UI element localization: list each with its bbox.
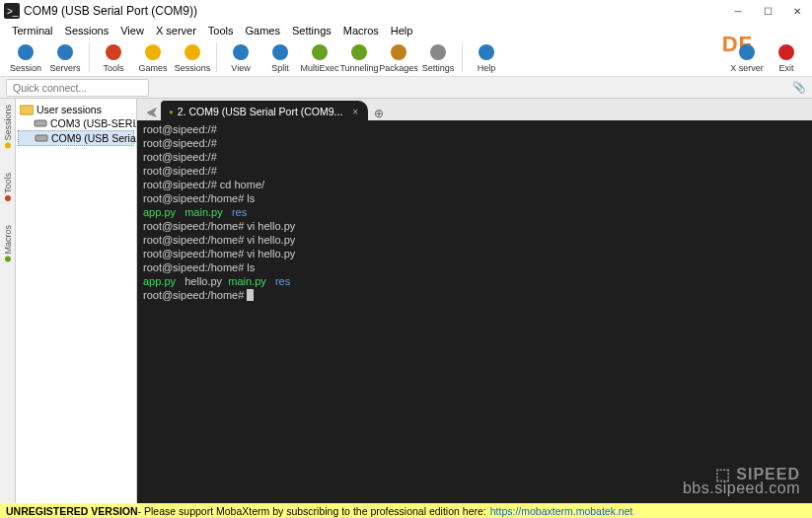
tab-close-icon[interactable]: × xyxy=(352,107,358,117)
svg-point-6 xyxy=(185,44,200,60)
exit-icon xyxy=(776,42,796,62)
sidetab-tools[interactable]: Tools xyxy=(3,173,13,201)
tool-help[interactable]: Help xyxy=(467,42,506,73)
tool-settings[interactable]: Settings xyxy=(418,42,458,73)
svg-point-2 xyxy=(18,44,34,60)
menu-help[interactable]: Help xyxy=(385,25,419,37)
statusbar: UNREGISTERED VERSION - Please support Mo… xyxy=(0,503,812,518)
menu-settings[interactable]: Settings xyxy=(286,25,337,37)
tool-x-server[interactable]: X server xyxy=(727,42,767,73)
tab-prev-icon[interactable]: ⮜ xyxy=(143,107,161,120)
status-link[interactable]: https://mobaxterm.mobatek.net xyxy=(490,505,633,517)
quick-connect-bar: 📎 xyxy=(0,77,812,99)
terminal-line: app.py hello.py main.py res xyxy=(143,274,806,288)
svg-point-11 xyxy=(391,44,406,60)
serial-icon xyxy=(35,132,48,144)
servers-icon xyxy=(55,42,75,62)
svg-text:>_: >_ xyxy=(7,6,19,17)
tool-servers[interactable]: Servers xyxy=(45,42,85,73)
terminal-tab[interactable]: ● 2. COM9 (USB Serial Port (COM9... × xyxy=(161,101,368,120)
tool-session[interactable]: Session xyxy=(6,42,45,73)
terminal-line: root@sipeed:/# xyxy=(143,122,806,136)
multiexec-icon xyxy=(310,42,330,62)
svg-point-10 xyxy=(351,44,367,60)
sessions-icon xyxy=(183,42,202,62)
paperclip-icon[interactable]: 📎 xyxy=(792,81,806,94)
menu-games[interactable]: Games xyxy=(240,25,286,37)
svg-point-7 xyxy=(233,44,249,60)
terminal-line: root@sipeed:/home# vi hello.py xyxy=(143,233,806,247)
menubar: TerminalSessionsViewX serverToolsGamesSe… xyxy=(0,22,812,39)
session-icon xyxy=(16,42,36,62)
tab-bar: ⮜ ● 2. COM9 (USB Serial Port (COM9... × … xyxy=(137,99,812,120)
sidetab-sessions[interactable]: Sessions xyxy=(3,105,13,149)
window-title: COM9 (USB Serial Port (COM9)) xyxy=(24,4,197,18)
minimize-button[interactable]: ─ xyxy=(723,0,753,22)
quick-connect-input[interactable] xyxy=(6,79,149,97)
svg-point-5 xyxy=(145,44,161,60)
svg-point-9 xyxy=(312,44,328,60)
terminal-line: root@sipeed:/# cd home/ xyxy=(143,178,806,191)
terminal[interactable]: root@sipeed:/#root@sipeed:/#root@sipeed:… xyxy=(137,120,812,503)
maximize-button[interactable]: ☐ xyxy=(753,0,782,22)
tab-add-icon[interactable]: ⊕ xyxy=(368,107,390,120)
app-icon: >_ xyxy=(4,3,20,19)
session-tree: User sessions COM3 (USB-SERIAL CH340 (CO… xyxy=(16,99,137,503)
close-button[interactable]: ✕ xyxy=(782,0,812,22)
tool-multiexec[interactable]: MultiExec xyxy=(300,42,339,73)
brand-watermark: ⬚ SIPEED bbs.sipeed.com xyxy=(683,468,800,495)
menu-sessions[interactable]: Sessions xyxy=(59,25,115,37)
terminal-line: root@sipeed:/# xyxy=(143,136,806,150)
svg-point-8 xyxy=(272,44,288,60)
cursor xyxy=(247,289,254,301)
terminal-line: root@sipeed:/home# xyxy=(143,288,806,302)
menu-view[interactable]: View xyxy=(114,25,150,37)
tool-split[interactable]: Split xyxy=(260,42,300,73)
menu-x-server[interactable]: X server xyxy=(150,25,202,37)
tree-root[interactable]: User sessions xyxy=(18,103,134,116)
tree-item[interactable]: COM9 (USB Serial Port (COM9)) xyxy=(18,130,134,146)
menu-terminal[interactable]: Terminal xyxy=(6,25,59,37)
tool-games[interactable]: Games xyxy=(133,42,173,73)
tunneling-icon xyxy=(349,42,369,62)
view-icon xyxy=(231,42,251,62)
titlebar: >_ COM9 (USB Serial Port (COM9)) ─ ☐ ✕ xyxy=(0,0,812,22)
x server-icon xyxy=(737,42,757,62)
terminal-area: ⮜ ● 2. COM9 (USB Serial Port (COM9... × … xyxy=(137,99,812,503)
tools-icon xyxy=(104,42,123,62)
tool-view[interactable]: View xyxy=(221,42,260,73)
games-icon xyxy=(143,42,163,62)
terminal-line: root@sipeed:/home# vi hello.py xyxy=(143,247,806,260)
packages-icon xyxy=(389,42,408,62)
terminal-line: root@sipeed:/home# vi hello.py xyxy=(143,219,806,233)
terminal-line: root@sipeed:/# xyxy=(143,150,806,164)
menu-macros[interactable]: Macros xyxy=(337,25,385,37)
tree-item[interactable]: COM3 (USB-SERIAL CH340 (COM xyxy=(18,116,134,130)
tool-tunneling[interactable]: Tunneling xyxy=(339,42,379,73)
svg-rect-18 xyxy=(36,135,47,141)
terminal-line: app.py main.py res xyxy=(143,205,806,219)
svg-point-15 xyxy=(778,44,794,60)
terminal-line: root@sipeed:/home# ls xyxy=(143,260,806,274)
sidetab-macros[interactable]: Macros xyxy=(3,225,13,262)
tab-bullet-icon: ● xyxy=(169,108,174,116)
tab-label: 2. COM9 (USB Serial Port (COM9... xyxy=(178,106,342,117)
svg-point-13 xyxy=(479,44,494,60)
svg-point-14 xyxy=(739,44,755,60)
terminal-line: root@sipeed:/# xyxy=(143,164,806,178)
serial-icon xyxy=(34,117,47,129)
svg-rect-17 xyxy=(35,120,46,126)
svg-point-3 xyxy=(57,44,73,60)
svg-rect-16 xyxy=(20,106,34,114)
side-tabs: Sessions Tools Macros xyxy=(0,99,16,503)
tool-packages[interactable]: Packages xyxy=(379,42,418,73)
tool-exit[interactable]: Exit xyxy=(767,42,806,73)
svg-point-4 xyxy=(106,44,121,60)
terminal-line: root@sipeed:/home# ls xyxy=(143,191,806,205)
toolbar: SessionServersToolsGamesSessionsViewSpli… xyxy=(0,39,812,77)
tool-sessions[interactable]: Sessions xyxy=(173,42,212,73)
menu-tools[interactable]: Tools xyxy=(202,25,240,37)
svg-point-12 xyxy=(430,44,446,60)
split-icon xyxy=(270,42,290,62)
tool-tools[interactable]: Tools xyxy=(94,42,133,73)
